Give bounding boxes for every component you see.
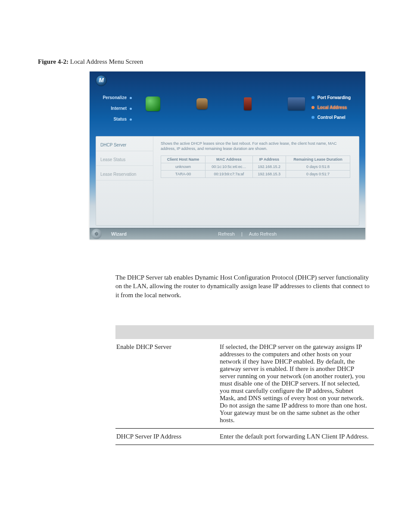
gear-icon[interactable]: ✵ bbox=[91, 229, 102, 239]
side-tabs: DHCP Server Lease Status Lease Reservati… bbox=[96, 137, 153, 225]
param-label: DHCP Server IP Address bbox=[115, 428, 219, 445]
tab-lease-status[interactable]: Lease Status bbox=[96, 151, 153, 166]
panel-description: Shows the active DHCP leases since the l… bbox=[161, 141, 352, 151]
nav-status[interactable]: Status bbox=[97, 117, 132, 121]
router-icon bbox=[196, 98, 208, 109]
section-nav: Port Forwarding Local Address Control Pa… bbox=[311, 95, 351, 125]
col-hostname: Client Host Name bbox=[161, 156, 206, 163]
tab-dhcp-server[interactable]: DHCP Server bbox=[96, 137, 153, 151]
auto-refresh-button[interactable]: Auto Refresh bbox=[249, 231, 277, 236]
router-screenshot: M Personalize Internet Status Port Forwa… bbox=[90, 72, 365, 240]
refresh-button[interactable]: Refresh bbox=[218, 231, 235, 236]
figure-caption: Figure 4-2: Local Address Menu Screen bbox=[38, 58, 373, 65]
param-label: Enable DHCP Server bbox=[115, 339, 219, 429]
topology-icons bbox=[146, 94, 305, 114]
param-row: DHCP Server IP Address Enter the default… bbox=[115, 428, 374, 445]
col-duration: Remaining Lease Duration bbox=[286, 156, 350, 163]
figure-label: Figure 4-2: bbox=[38, 58, 68, 65]
link-local-address[interactable]: Local Address bbox=[311, 105, 351, 110]
figure-title: Local Address Menu Screen bbox=[68, 58, 143, 65]
link-port-forwarding[interactable]: Port Forwarding bbox=[311, 95, 351, 100]
param-table: Enable DHCP Server If selected, the DHCP… bbox=[115, 339, 374, 445]
nav-personalize[interactable]: Personalize bbox=[97, 95, 132, 100]
globe-icon bbox=[146, 96, 160, 111]
body-paragraph: The DHCP Server tab enables Dynamic Host… bbox=[115, 273, 373, 299]
table-header-row: Client Host Name MAC Address IP Address … bbox=[161, 156, 350, 163]
param-desc: Enter the default port forwarding LAN Cl… bbox=[219, 428, 374, 445]
monitor-icon bbox=[288, 97, 305, 110]
param-table-header bbox=[115, 325, 374, 339]
tab-lease-reservation[interactable]: Lease Reservation bbox=[96, 166, 153, 180]
link-control-panel[interactable]: Control Panel bbox=[311, 115, 351, 120]
param-row: Enable DHCP Server If selected, the DHCP… bbox=[115, 339, 374, 429]
col-ip: IP Address bbox=[252, 156, 286, 163]
brand-logo: M bbox=[96, 75, 107, 86]
footer-bar: ✵ Wizard Refresh | Auto Refresh bbox=[90, 228, 365, 240]
param-desc: If selected, the DHCP server on the gate… bbox=[219, 339, 374, 429]
col-mac: MAC Address bbox=[206, 156, 253, 163]
table-row: TARA-00 00:19:b9:c7:7a:af 192.168.15.3 0… bbox=[161, 171, 350, 178]
table-row: unknown 00:1c:10:5c:e6:ec… 192.168.15.2 … bbox=[161, 163, 350, 171]
content-panel: DHCP Server Lease Status Lease Reservati… bbox=[96, 136, 359, 226]
primary-nav: Personalize Internet Status bbox=[97, 95, 132, 128]
tower-icon bbox=[244, 97, 252, 110]
nav-internet[interactable]: Internet bbox=[97, 106, 132, 111]
divider: | bbox=[241, 231, 243, 236]
wizard-button[interactable]: Wizard bbox=[111, 231, 127, 236]
lease-table: Client Host Name MAC Address IP Address … bbox=[161, 156, 350, 178]
